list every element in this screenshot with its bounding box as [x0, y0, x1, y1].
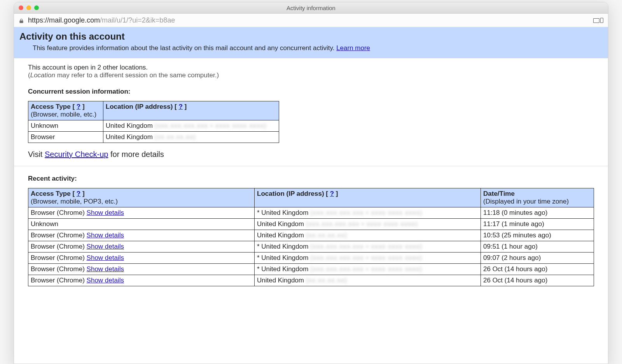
table-row: UnknownUnited Kingdom (xxx.xxx.xxx.xxx •…: [28, 120, 279, 132]
open-locations-text: This account is open in 2 other location…: [28, 64, 594, 71]
table-row: Browser (Chrome) Show details* United Ki…: [28, 241, 594, 253]
security-checkup-line: Visit Security Check-up for more details: [28, 150, 594, 159]
security-checkup-link[interactable]: Security Check-up: [45, 150, 108, 158]
fullscreen-window-button[interactable]: [34, 5, 39, 10]
show-details-link[interactable]: Show details: [87, 209, 124, 216]
show-details-link[interactable]: Show details: [87, 254, 124, 261]
col-datetime: Date/Time (Displayed in your time zone): [481, 188, 594, 207]
cell-access-type: Browser (Chrome) Show details: [28, 275, 255, 286]
learn-more-link[interactable]: Learn more: [336, 44, 370, 52]
cell-location: United Kingdom (xx.xx.xx.xx): [103, 132, 279, 143]
table-row: UnknownUnited Kingdom (xxx.xxx.xxx.xxx •…: [28, 219, 594, 230]
window-controls: [19, 5, 39, 10]
page-title: Activity on this account: [19, 31, 603, 42]
cell-access-type: Browser (Chrome) Show details: [28, 241, 255, 253]
cell-location: United Kingdom (xx.xx.xx.xx): [255, 230, 481, 241]
cell-location: * United Kingdom (xxx.xxx.xxx.xxx • xxxx…: [255, 207, 481, 219]
cell-datetime: 09:51 (1 hour ago): [481, 241, 594, 253]
concurrent-sessions-heading: Concurrent session information:: [28, 88, 594, 96]
cell-datetime: 26 Oct (14 hours ago): [481, 264, 594, 275]
table-row: Browser (Chrome) Show details* United Ki…: [28, 207, 594, 219]
close-window-button[interactable]: [19, 5, 23, 10]
show-details-link[interactable]: Show details: [87, 265, 124, 273]
banner-description: This feature provides information about …: [33, 44, 603, 52]
cell-location: * United Kingdom (xxx.xxx.xxx.xxx • xxxx…: [255, 264, 481, 275]
cell-datetime: 11:18 (0 minutes ago): [481, 207, 594, 219]
lock-icon: [19, 17, 24, 23]
cell-datetime: 26 Oct (14 hours ago): [481, 275, 594, 286]
show-details-link[interactable]: Show details: [87, 277, 124, 284]
cell-access-type: Browser: [28, 132, 103, 143]
cell-datetime: 09:07 (2 hours ago): [481, 253, 594, 264]
location-help-link[interactable]: ?: [179, 103, 183, 110]
window-title: Activity information: [14, 5, 608, 11]
table-row: BrowserUnited Kingdom (xx.xx.xx.xx): [28, 132, 279, 143]
col-access-type: Access Type [ ? ] (Browser, mobile, etc.…: [28, 101, 103, 120]
url-text[interactable]: https://mail.google.com/mail/u/1/?ui=2&i…: [28, 16, 175, 24]
table-row: Browser (Chrome) Show details* United Ki…: [28, 253, 594, 264]
table-row: Browser (Chrome) Show details* United Ki…: [28, 264, 594, 275]
browser-window: Activity information https://mail.google…: [14, 2, 608, 364]
responsive-design-icon[interactable]: [593, 18, 603, 23]
cell-access-type: Browser (Chrome) Show details: [28, 207, 255, 219]
cell-location: * United Kingdom (xxx.xxx.xxx.xxx • xxxx…: [255, 241, 481, 253]
recent-activity-table: Access Type [ ? ] (Browser, mobile, POP3…: [28, 188, 594, 286]
page-content: This account is open in 2 other location…: [14, 58, 608, 286]
col-location: Location (IP address) [ ? ]: [255, 188, 481, 207]
col-access-type: Access Type [ ? ] (Browser, mobile, POP3…: [28, 188, 255, 207]
minimize-window-button[interactable]: [26, 5, 31, 10]
location-help-link[interactable]: ?: [330, 190, 334, 197]
show-details-link[interactable]: Show details: [87, 243, 124, 250]
access-type-help-link[interactable]: ?: [77, 190, 80, 197]
show-details-link[interactable]: Show details: [87, 232, 124, 239]
cell-datetime: 10:53 (25 minutes ago): [481, 230, 594, 241]
cell-access-type: Browser (Chrome) Show details: [28, 230, 255, 241]
cell-access-type: Unknown: [28, 120, 103, 132]
location-note-text: (Location may refer to a different sessi…: [28, 71, 594, 79]
divider: [14, 166, 608, 166]
cell-access-type: Browser (Chrome) Show details: [28, 264, 255, 275]
col-location: Location (IP address) [ ? ]: [103, 101, 279, 120]
cell-location: United Kingdom (xx.xx.xx.xx): [255, 275, 481, 286]
recent-activity-heading: Recent activity:: [28, 175, 594, 183]
cell-access-type: Browser (Chrome) Show details: [28, 253, 255, 264]
cell-location: * United Kingdom (xxx.xxx.xxx.xxx • xxxx…: [255, 253, 481, 264]
address-bar: https://mail.google.com/mail/u/1/?ui=2&i…: [14, 14, 608, 27]
cell-location: United Kingdom (xxx.xxx.xxx.xxx • xxxx x…: [255, 219, 481, 230]
activity-banner: Activity on this account This feature pr…: [14, 27, 608, 58]
concurrent-sessions-table: Access Type [ ? ] (Browser, mobile, etc.…: [28, 101, 279, 143]
cell-datetime: 11:17 (1 minute ago): [481, 219, 594, 230]
access-type-help-link[interactable]: ?: [77, 103, 80, 110]
table-row: Browser (Chrome) Show detailsUnited King…: [28, 230, 594, 241]
window-titlebar: Activity information: [14, 2, 608, 14]
cell-access-type: Unknown: [28, 219, 255, 230]
table-row: Browser (Chrome) Show detailsUnited King…: [28, 275, 594, 286]
cell-location: United Kingdom (xxx.xxx.xxx.xxx • xxxx x…: [103, 120, 279, 132]
